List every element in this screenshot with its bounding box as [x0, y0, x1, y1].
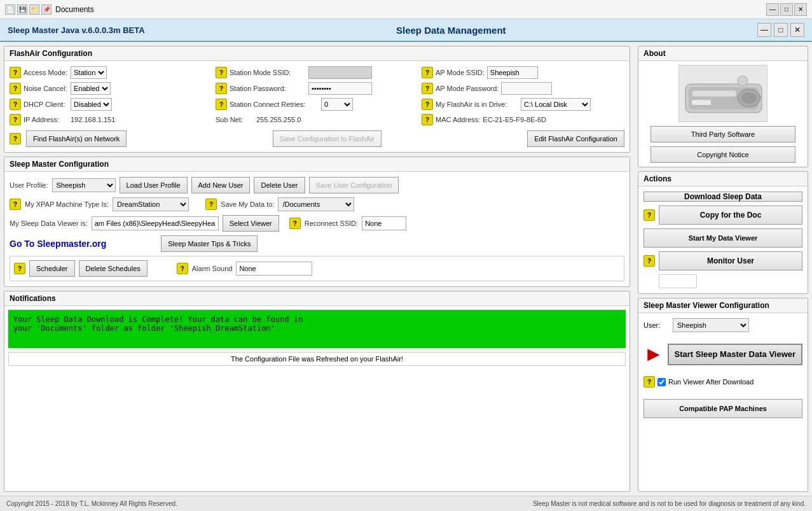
mac-help[interactable]: ?: [422, 114, 433, 125]
find-help[interactable]: ?: [10, 133, 21, 144]
notif-body: Your Sleep Data Download is Complete! Yo…: [4, 306, 630, 370]
device-svg: [679, 65, 767, 122]
edit-config-btn[interactable]: Edit FlashAir Configuration: [527, 130, 624, 147]
app-maximize-btn[interactable]: □: [774, 23, 788, 37]
connect-retries-row: ? Station Connect Retries: 0: [216, 98, 418, 111]
drive-select[interactable]: C:\ Local Disk: [521, 98, 591, 111]
download-sleep-data-btn[interactable]: Download Sleep Data: [643, 192, 802, 202]
alarm-label: Alarm Sound: [192, 265, 233, 272]
station-ssid-row: ? Station Mode SSID:: [216, 66, 418, 79]
monitor-help[interactable]: ?: [643, 255, 655, 267]
drive-label: My FlashAir is in Drive:: [436, 101, 518, 108]
dhcp-select[interactable]: Disabled: [71, 98, 112, 111]
find-flashair-btn[interactable]: Find FlashAir(s) on Network: [26, 130, 127, 147]
viewer-user-select[interactable]: Sheepish: [673, 318, 749, 332]
start-viewer-action-btn[interactable]: Start My Data Viewer: [643, 228, 802, 248]
compatible-pap-btn[interactable]: Compatible PAP Machines: [643, 399, 802, 418]
flashair-panel: FlashAir Configuration ? Access Mode: St…: [4, 46, 630, 153]
notif-green-box: Your Sleep Data Download is Complete! Yo…: [8, 310, 626, 348]
monitor-input[interactable]: [659, 274, 697, 288]
connect-retries-help[interactable]: ?: [216, 99, 227, 110]
tips-btn[interactable]: Sleep Master Tips & Tricks: [161, 235, 258, 252]
footer-disclaimer: Sleep Master is not medical software and…: [533, 500, 806, 507]
monitor-user-btn[interactable]: Monitor User: [659, 251, 802, 270]
alarm-help[interactable]: ?: [177, 263, 188, 274]
app-controls: — □ ✕: [757, 23, 804, 37]
drive-help[interactable]: ?: [422, 99, 433, 110]
scheduler-help[interactable]: ?: [14, 263, 25, 274]
xpap-label: My XPAP Machine Type Is:: [25, 200, 109, 208]
ip-help[interactable]: ?: [10, 114, 21, 125]
subnet-value: 255.255.255.0: [256, 116, 301, 123]
station-pw-help[interactable]: ?: [216, 83, 227, 94]
save-user-config-btn[interactable]: Save User Configuration: [309, 177, 399, 193]
load-profile-btn[interactable]: Load User Profile: [120, 177, 188, 193]
noise-cancel-label: Noise Cancel:: [24, 85, 68, 92]
run-viewer-checkbox[interactable]: [657, 378, 666, 386]
go-link[interactable]: Go To Sleepmaster.org: [10, 239, 106, 249]
bottom-row: Notifications Your Sleep Data Download i…: [4, 291, 630, 492]
xpap-help[interactable]: ?: [10, 199, 21, 210]
delete-schedules-btn[interactable]: Delete Schedules: [79, 260, 148, 277]
save-data-select[interactable]: /Documents: [278, 197, 354, 211]
folder-icon: 📁: [29, 4, 39, 15]
connect-retries-label: Station Connect Retries:: [230, 101, 319, 108]
ap-ssid-help[interactable]: ?: [422, 67, 433, 78]
left-column: FlashAir Configuration ? Access Mode: St…: [0, 42, 634, 496]
copy-doc-help[interactable]: ?: [643, 209, 655, 221]
xpap-select[interactable]: DreamStation: [113, 197, 189, 211]
actions-panel: Actions Download Sleep Data ? Copy for t…: [638, 171, 808, 294]
minimize-btn[interactable]: —: [766, 3, 779, 16]
ap-pw-help[interactable]: ?: [422, 83, 433, 94]
smc-title: Sleep Master Configuration: [4, 157, 630, 172]
noise-cancel-select[interactable]: Enabled: [71, 82, 111, 95]
save-icon: 💾: [17, 4, 27, 15]
user-profile-select[interactable]: Sheepish: [52, 178, 116, 192]
user-profile-row: User Profile: Sheepish Load User Profile…: [10, 177, 624, 193]
ip-label: IP Address:: [24, 116, 68, 123]
station-ssid-help[interactable]: ?: [216, 67, 227, 78]
station-ssid-input[interactable]: [308, 66, 372, 79]
device-image: [678, 65, 767, 122]
access-mode-select[interactable]: Station: [71, 66, 107, 79]
start-viewer-row: ► Start Sleep Master Data Viewer: [643, 342, 802, 366]
app-minimize-btn[interactable]: —: [757, 23, 771, 37]
save-data-help[interactable]: ?: [205, 199, 217, 210]
add-user-btn[interactable]: Add New User: [191, 177, 251, 193]
alarm-input[interactable]: [236, 262, 312, 276]
connect-retries-select[interactable]: 0: [321, 98, 353, 111]
copy-doc-btn[interactable]: Copy for the Doc: [659, 206, 802, 225]
save-config-btn[interactable]: Save Configuration to FlashAir: [273, 130, 382, 147]
svg-point-3: [741, 92, 757, 104]
dhcp-help[interactable]: ?: [10, 99, 21, 110]
copyright-btn[interactable]: Copyright Notice: [650, 146, 796, 163]
app-window: Sleep Master Java v.6.0.0.3m BETA Sleep …: [0, 19, 812, 511]
ap-ssid-input[interactable]: [487, 66, 538, 79]
scheduler-btn[interactable]: Scheduler: [29, 260, 75, 277]
ip-value: 192.168.1.151: [71, 116, 115, 123]
viewer-label: My Sleep Data Viewer is:: [10, 220, 88, 227]
third-party-btn[interactable]: Third Party Software: [650, 126, 796, 143]
notif-status: The Configuration File was Refreshed on …: [8, 352, 626, 366]
about-title: About: [638, 46, 808, 61]
mac-row: ? MAC Address: EC-21-E5-F9-8E-6D: [422, 114, 624, 125]
maximize-btn[interactable]: □: [780, 3, 793, 16]
app-title-center: Sleep Data Management: [396, 25, 506, 36]
dhcp-row: ? DHCP Client: Disabled: [10, 98, 212, 111]
pin-icon: 📌: [41, 4, 52, 15]
reconnect-help[interactable]: ?: [289, 218, 301, 229]
run-viewer-help[interactable]: ?: [643, 376, 655, 388]
viewer-input[interactable]: [92, 216, 219, 230]
start-sleep-master-viewer-btn[interactable]: Start Sleep Master Data Viewer: [668, 344, 802, 365]
reconnect-input[interactable]: [362, 216, 406, 230]
close-btn[interactable]: ✕: [794, 3, 807, 16]
app-close-btn[interactable]: ✕: [790, 23, 804, 37]
ap-pw-input[interactable]: [501, 82, 552, 95]
noise-cancel-help[interactable]: ?: [10, 83, 21, 94]
station-pw-input[interactable]: [308, 82, 372, 95]
delete-user-btn[interactable]: Delete User: [254, 177, 305, 193]
footer-copyright: Copyright 2015 - 2018 by T.L. Mckinney A…: [6, 500, 177, 507]
access-mode-label: Access Mode:: [24, 69, 68, 76]
select-viewer-btn[interactable]: Select Viewer: [223, 215, 279, 232]
access-mode-help[interactable]: ?: [10, 67, 21, 78]
